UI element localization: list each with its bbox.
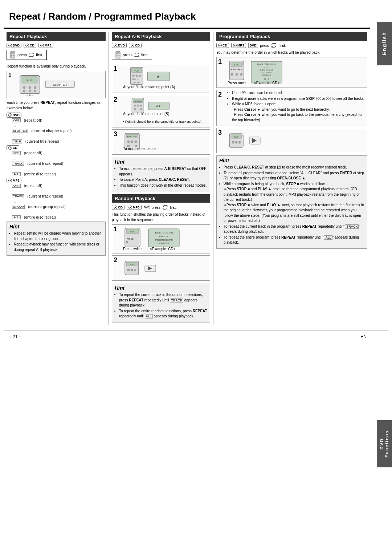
first-text: first.: [36, 53, 44, 57]
prog-step1-labels: Press once. <Example: CD>: [228, 81, 279, 85]
ab-hint-box: Hint To exit the sequence, press A-B REP…: [112, 157, 210, 191]
svg-text:PLAY: PLAY: [135, 70, 139, 72]
step1-caption: At your desired starting point (A): [123, 84, 175, 90]
prog-note-2: If eight or more tracks were in a progra…: [232, 96, 366, 102]
ab-remote-icon: [115, 51, 121, 58]
svg-point-92: [134, 269, 136, 271]
svg-point-90: [127, 269, 130, 271]
repeat-hint-2: Repeat playback may not function with so…: [14, 242, 103, 252]
footer-lang: EN: [360, 334, 367, 339]
svg-point-18: [23, 90, 25, 92]
middle-column: Repeat A-B Playback DVD CD: [109, 32, 213, 325]
prog-press-icon: [271, 43, 276, 48]
step-1-num: 1: [114, 65, 117, 73]
prog-step-3: 3 PLAY: [216, 128, 367, 153]
dvd-mode-title: TITLE (current title repeat): [12, 139, 106, 143]
example-cd-label: <Example: CD>: [150, 247, 176, 251]
prog-hint-list: Press CLEAR/C. RESET at step [2] to eras…: [219, 165, 364, 245]
svg-point-140: [238, 141, 241, 143]
prog-step-3-num: 3: [218, 129, 222, 137]
random-step-2-num: 2: [114, 256, 117, 264]
svg-text:3. 0:01  10  5  0:21: 3. 0:01 10 5 0:21: [260, 72, 273, 74]
columns-container: Repeat Playback DVD CD MP3: [4, 32, 370, 325]
arrow-7: ↓: [14, 210, 106, 215]
svg-point-67: [131, 141, 133, 143]
svg-point-5: [42, 45, 43, 46]
svg-point-37: [117, 55, 118, 56]
random-mp3-badge: MP3: [127, 205, 142, 210]
repeat-press-first: press first.: [7, 50, 47, 60]
svg-text:A-: A-: [157, 75, 160, 78]
dvd-badge: DVD: [7, 43, 21, 48]
svg-text:MODE: MODE: [127, 238, 134, 240]
svg-text:RANDOM: RANDOM: [159, 235, 168, 237]
svg-text:STOP: STOP: [234, 64, 239, 66]
random-step-2: 2 PLAY: [112, 255, 210, 281]
arrow-4: ↓: [14, 166, 106, 171]
cd-badge: CD: [24, 43, 36, 48]
prog-hint-4: To repeat the current track in the progr…: [224, 224, 364, 235]
random-diagram-1: STOP BOOK TOTAL 0:00 RANDOM RANDOM PROGR…: [123, 227, 207, 249]
prog-hint-title: Hint: [219, 158, 364, 163]
repeat-intro: Repeat function is available only during…: [7, 64, 106, 69]
step2-note: • Point B should be in the same title or…: [123, 119, 203, 125]
cd-mode-off: OFF (repeat off): [12, 151, 106, 155]
random-step-1-num: 1: [114, 226, 117, 233]
arrow-2: ↓: [14, 134, 106, 139]
svg-point-38: [119, 55, 120, 56]
svg-point-46: [139, 75, 140, 77]
svg-point-58: [140, 105, 142, 106]
english-tab: English: [377, 22, 392, 65]
svg-point-30: [10, 180, 11, 181]
mp3-mode-off: OFF (repeat off): [12, 184, 106, 188]
svg-text:CHAPTER: CHAPTER: [53, 83, 66, 86]
arrow-5: ↓: [14, 188, 106, 194]
svg-text:A-B REPEAT: A-B REPEAT: [127, 135, 137, 138]
mp3-section-title: MP3: [7, 178, 106, 183]
svg-point-10: [11, 57, 12, 58]
ab-step-1: 1 PLAY A-B REPEAT A: [112, 64, 210, 93]
dvd-mode-section: DVD OFF (repeat off) ↓ CHAPTER (current …: [7, 113, 106, 143]
svg-text:REPEAT: REPEAT: [134, 81, 140, 83]
prog-hint-box: Hint Press CLEAR/C. RESET at step [2] to…: [216, 155, 367, 249]
prog-step-1: 1 STOP PROGRAM TRACK TOTAL 0:00:00 1. 0:…: [216, 57, 367, 88]
prog-step-2: 2 PROGRAM or MODE: [216, 90, 367, 126]
svg-point-20: [34, 90, 36, 92]
prog-step-1-num: 1: [218, 58, 222, 66]
ab-step-3: 3 A-B REPEAT To exit the sequeuce: [112, 129, 210, 155]
svg-point-11: [13, 57, 15, 58]
svg-point-104: [236, 73, 238, 76]
svg-text:A-B REPEAT: A-B REPEAT: [134, 100, 143, 102]
cd-mode-section: CD OFF (repeat off) ↓ TRACK (current tra…: [7, 145, 106, 176]
svg-point-56: [134, 105, 136, 106]
svg-point-68: [135, 141, 137, 143]
prog-cd-badge: CD: [216, 43, 229, 48]
programmed-intro: You may determine the order in which tra…: [216, 50, 367, 55]
press-text: press: [17, 53, 27, 57]
svg-point-86: [126, 241, 128, 243]
cd-mode-all: ALL (entire disc repeat): [12, 172, 106, 176]
cd-section-title: CD: [7, 145, 106, 150]
repeat-ab-header: Repeat A-B Playback: [112, 32, 210, 41]
random-hint-box: Hint To repeat the current track in the …: [112, 283, 210, 322]
repeat-hint-list: Repeat setting will be cleared when movi…: [9, 231, 103, 252]
svg-text:TRACK  TOTAL 0:00:00: TRACK TOTAL 0:00:00: [257, 63, 276, 65]
programmed-header: Programmed Playback: [216, 32, 367, 41]
svg-text:3  2  1  1: 3 2 1 1: [264, 78, 269, 80]
arrow-6: ↓: [14, 199, 106, 204]
step3-caption: To exit the sequeuce: [123, 146, 156, 151]
prog-step2-notes: Up to 99 tracks can be ordered. If eight…: [228, 90, 366, 123]
svg-text:REPEAT: REPEAT: [25, 94, 34, 96]
random-media-icons: CD MP3 DVD press: [112, 205, 210, 210]
page-title: Repeat / Random / Programmed Playback: [4, 7, 370, 29]
svg-point-40: [119, 57, 120, 58]
svg-point-15: [23, 86, 25, 89]
svg-text:RANDOM PROGRAM: RANDOM PROGRAM: [155, 239, 172, 241]
press-dvd-icon: DVD: [144, 205, 150, 209]
svg-point-96: [220, 45, 221, 46]
svg-point-60: [140, 108, 142, 110]
ab-step-2: 2 A-B REPEAT A-B At your desired end poi…: [112, 95, 210, 127]
prog-hint-2: To erase all programmed tracks at once, …: [224, 171, 364, 181]
svg-point-9: [13, 55, 15, 56]
dvd-section-title: DVD: [7, 113, 106, 118]
